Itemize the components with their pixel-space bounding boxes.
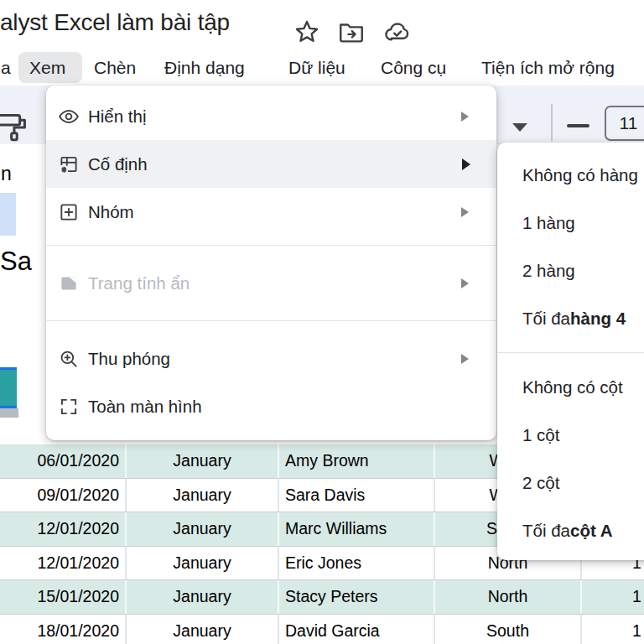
cell-region[interactable]: North <box>435 580 582 614</box>
menu-item-label: Hiển thị <box>88 106 147 127</box>
submenu-arrow-icon <box>462 158 470 170</box>
menubar-item-chen[interactable]: Chèn <box>94 50 136 86</box>
cell-date[interactable]: 18/01/2020 <box>0 615 127 644</box>
cell-date[interactable]: 12/01/2020 <box>0 512 127 546</box>
menu-bar: a Xem Chèn Định dạng Dữ liệu Công cụ Tiệ… <box>0 50 644 86</box>
table-header-cell-fragment <box>0 367 17 408</box>
menu-item-thu-phong[interactable]: Thu phóng <box>46 335 496 382</box>
cloud-check-icon[interactable] <box>382 18 411 46</box>
menubar-item-dinh-dang[interactable]: Định dạng <box>164 50 245 86</box>
caret-down-icon[interactable] <box>512 123 527 132</box>
cell-month[interactable]: January <box>127 547 279 580</box>
submenu-item-label: 2 hàng <box>522 261 575 281</box>
submenu-item-label: 2 cột <box>522 473 559 493</box>
freeze-icon <box>58 153 80 175</box>
submenu-item-up-to-column[interactable]: Tối đa cột A <box>497 506 644 554</box>
zoom-in-icon <box>58 348 80 370</box>
cell-name[interactable]: Eric Jones <box>279 547 435 580</box>
menu-item-label: Toàn màn hình <box>88 397 202 417</box>
menubar-item-xem[interactable]: Xem <box>29 50 65 86</box>
table-row: 15/01/2020 January Stacy Peters North 1 <box>0 580 644 615</box>
submenu-arrow-icon <box>461 112 469 122</box>
submenu-item-2-columns[interactable]: 2 cột <box>497 459 644 506</box>
submenu-item-label-bold: cột A <box>570 521 613 541</box>
cell-name[interactable]: Sara Davis <box>279 479 435 512</box>
menubar-item-fragment[interactable]: a <box>1 50 11 86</box>
menubar-item-tien-ich[interactable]: Tiện ích mở rộng <box>481 50 615 86</box>
menu-divider <box>46 245 496 246</box>
submenu-item-label: Tối đa <box>522 521 570 541</box>
freeze-submenu-panel: Không có hàng 1 hàng 2 hàng Tối đa hàng … <box>497 143 644 560</box>
menu-item-label: Thu phóng <box>88 349 170 369</box>
cell-name[interactable]: Amy Brown <box>279 444 435 478</box>
sheets-app-screen: n Sa 06/01/2020 January Amy Brown West 1… <box>0 0 644 644</box>
sheet-title-fragment: Sa <box>0 247 32 277</box>
cell-name[interactable]: Stacy Peters <box>279 580 435 614</box>
menu-item-label: Trang tính ẩn <box>88 273 190 293</box>
cell-value[interactable]: 1 <box>582 580 644 614</box>
submenu-item-label: Không có cột <box>522 377 623 397</box>
submenu-item-2-rows[interactable]: 2 hàng <box>497 247 644 294</box>
title-bar: alyst Excel làm bài tập <box>0 0 644 50</box>
cell-date[interactable]: 15/01/2020 <box>0 580 127 614</box>
menu-item-label: Cố định <box>88 154 148 174</box>
submenu-item-1-row[interactable]: 1 hàng <box>497 199 644 247</box>
group-icon <box>58 201 80 223</box>
star-icon[interactable] <box>293 18 321 46</box>
menubar-item-cong-cu[interactable]: Công cụ <box>381 50 446 86</box>
cell-region[interactable]: South <box>435 615 582 644</box>
menubar-item-du-lieu[interactable]: Dữ liệu <box>288 50 345 86</box>
submenu-item-label: Tối đa <box>522 309 570 329</box>
submenu-item-1-column[interactable]: 1 cột <box>497 411 644 459</box>
hidden-sheet-icon <box>58 273 80 294</box>
menu-item-nhom[interactable]: Nhóm <box>46 188 496 236</box>
cell-date[interactable]: 09/01/2020 <box>0 479 127 512</box>
decrease-font-size-button[interactable] <box>567 124 589 127</box>
submenu-item-label: Không có hàng <box>522 165 638 185</box>
menu-item-hien-thi[interactable]: Hiển thị <box>46 92 496 140</box>
submenu-divider <box>497 352 644 353</box>
submenu-item-up-to-row[interactable]: Tối đa hàng 4 <box>497 294 644 342</box>
cell-name[interactable]: David Garcia <box>279 615 435 644</box>
table-row: 18/01/2020 January David Garcia South 1 <box>0 615 644 644</box>
folder-move-icon[interactable] <box>337 18 366 46</box>
cell-month[interactable]: January <box>127 479 279 512</box>
menu-item-trang-tinh-an: Trang tính ẩn <box>46 259 496 307</box>
submenu-arrow-icon <box>461 354 469 364</box>
cell-month[interactable]: January <box>127 580 279 614</box>
cell-date[interactable]: 06/01/2020 <box>0 444 127 478</box>
sheet-text-fragment: n <box>1 163 12 185</box>
cell-date[interactable]: 12/01/2020 <box>0 547 127 580</box>
menu-item-label: Nhóm <box>88 202 134 222</box>
cell-name[interactable]: Marc Williams <box>279 512 435 546</box>
fullscreen-icon <box>58 396 80 418</box>
cell-month[interactable]: January <box>127 444 279 478</box>
submenu-item-no-rows[interactable]: Không có hàng <box>497 151 644 199</box>
submenu-item-no-columns[interactable]: Không có cột <box>497 363 644 411</box>
toolbar-divider <box>551 104 553 141</box>
cell-value[interactable]: 1 <box>582 615 644 644</box>
paint-roller-icon[interactable] <box>0 107 33 146</box>
selected-cell-fragment <box>0 193 16 236</box>
eye-icon <box>58 106 80 127</box>
document-title[interactable]: alyst Excel làm bài tập <box>0 9 230 36</box>
menu-divider <box>46 320 496 321</box>
submenu-arrow-icon <box>461 278 469 288</box>
cell-month[interactable]: January <box>127 615 279 644</box>
submenu-item-label-bold: hàng 4 <box>570 309 626 329</box>
menu-item-toan-man-hinh[interactable]: Toàn màn hình <box>46 382 496 430</box>
menu-item-co-dinh[interactable]: Cố định <box>46 140 496 188</box>
cell-month[interactable]: January <box>127 512 279 546</box>
submenu-item-label: 1 cột <box>522 425 559 445</box>
submenu-item-label: 1 hàng <box>522 213 575 233</box>
sheet-gray-fragment <box>0 408 18 418</box>
submenu-arrow-icon <box>461 207 469 217</box>
view-menu-panel: Hiển thị Cố định <box>46 86 496 440</box>
font-size-input[interactable]: 11 <box>605 106 644 141</box>
